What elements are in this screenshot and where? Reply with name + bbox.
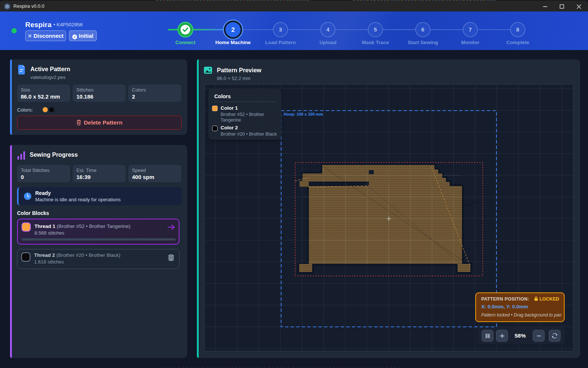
svg-text:7: 7: [469, 26, 472, 33]
svg-text:Complete: Complete: [506, 40, 529, 45]
svg-text:8: 8: [516, 26, 519, 33]
svg-text:3: 3: [279, 26, 282, 33]
svg-text:Home Machine: Home Machine: [215, 40, 251, 45]
svg-text:Start Sewing: Start Sewing: [408, 40, 438, 45]
svg-text:Connect: Connect: [175, 40, 196, 45]
svg-text:Mask Trace: Mask Trace: [362, 40, 389, 45]
svg-text:2: 2: [231, 26, 235, 33]
svg-text:Monitor: Monitor: [461, 40, 480, 45]
svg-text:5: 5: [374, 26, 377, 33]
svg-text:Load Pattern: Load Pattern: [265, 40, 296, 45]
svg-text:Hoop: 100 x 100 mm: Hoop: 100 x 100 mm: [284, 112, 323, 116]
svg-text:Upload: Upload: [320, 40, 337, 45]
svg-text:4: 4: [326, 26, 330, 33]
svg-text:6: 6: [421, 26, 424, 33]
